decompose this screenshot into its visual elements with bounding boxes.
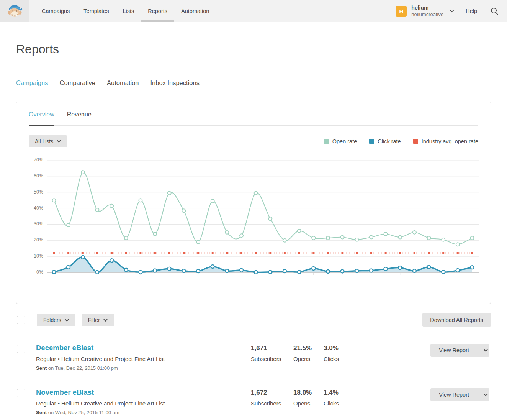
view-report-menu-button[interactable] xyxy=(478,388,489,401)
performance-chart: 0%10%20%30%40%50%60%70% xyxy=(29,160,478,277)
chart-plot-area xyxy=(47,160,479,277)
campaign-title-link[interactable]: December eBlast xyxy=(36,344,251,352)
stat-value: 1,672 xyxy=(251,389,293,397)
filter-dropdown[interactable]: Filter xyxy=(82,314,114,326)
nav-item-lists[interactable]: Lists xyxy=(116,0,141,22)
chevron-down-icon xyxy=(57,140,61,143)
nav-right: H helium heliumcreative Help xyxy=(396,0,507,22)
view-report-menu-button[interactable] xyxy=(478,344,489,357)
top-nav: Campaigns Templates Lists Reports Automa… xyxy=(0,0,507,22)
legend-label: Industry avg. open rate xyxy=(422,138,478,144)
stat-value: 18.0% xyxy=(293,389,324,397)
y-axis-tick-label: 20% xyxy=(34,237,43,243)
sent-date: on Wed, Nov 25, 2015 11:00 am xyxy=(47,410,119,415)
stat-label: Opens xyxy=(293,400,324,407)
legend-label: Open rate xyxy=(332,138,357,144)
y-axis-tick-label: 30% xyxy=(34,221,43,226)
campaign-row-december-eblast: December eBlast Regular • Helium Creativ… xyxy=(16,335,491,379)
stat-opens: 18.0% Opens xyxy=(293,388,324,407)
download-all-reports-button[interactable]: Download All Reports xyxy=(422,313,491,327)
tab-comparative[interactable]: Comparative xyxy=(59,79,95,92)
all-lists-label: All Lists xyxy=(35,138,53,144)
legend-item-click-rate: Click rate xyxy=(369,138,401,144)
stat-opens: 21.5% Opens xyxy=(293,344,324,362)
card-tabs: Overview Revenue xyxy=(29,102,478,126)
page-title: Reports xyxy=(16,42,491,56)
campaign-meta: Regular • Helium Creative and Project Fi… xyxy=(36,400,251,407)
stat-label: Opens xyxy=(293,356,324,362)
stat-clicks: 1.4% Clicks xyxy=(324,388,385,407)
stat-clicks: 3.0% Clicks xyxy=(324,344,385,362)
stat-label: Clicks xyxy=(324,400,385,407)
tab-campaigns[interactable]: Campaigns xyxy=(16,79,48,92)
chevron-down-icon xyxy=(484,349,488,352)
report-tabs: Campaigns Comparative Automation Inbox I… xyxy=(16,79,491,92)
nav-item-automation[interactable]: Automation xyxy=(174,0,216,22)
campaign-sent-info: Sent on Wed, Nov 25, 2015 11:00 am xyxy=(36,410,251,415)
tab-revenue[interactable]: Revenue xyxy=(67,111,92,126)
campaign-row-november-eblast: November eBlast Regular • Helium Creativ… xyxy=(16,379,491,420)
legend-label: Click rate xyxy=(378,138,401,144)
chevron-down-icon xyxy=(103,319,108,322)
tab-inbox-inspections[interactable]: Inbox Inspections xyxy=(150,79,199,92)
y-axis-tick-label: 60% xyxy=(34,173,43,179)
primary-nav: Campaigns Templates Lists Reports Automa… xyxy=(35,0,216,22)
stat-value: 1,671 xyxy=(251,345,293,352)
sent-label: Sent xyxy=(36,410,47,415)
row-checkbox[interactable] xyxy=(17,345,25,353)
nav-item-reports[interactable]: Reports xyxy=(141,0,174,22)
view-report-button[interactable]: View Report xyxy=(430,388,478,401)
tab-overview[interactable]: Overview xyxy=(29,111,54,126)
y-axis-tick-label: 50% xyxy=(34,189,43,195)
folders-dropdown[interactable]: Folders xyxy=(37,314,75,326)
stat-label: Subscribers xyxy=(251,400,293,407)
legend-item-open-rate: Open rate xyxy=(324,138,357,144)
row-checkbox[interactable] xyxy=(17,389,25,397)
click-rate-swatch xyxy=(369,139,374,144)
legend-item-industry-avg: Industry avg. open rate xyxy=(413,138,478,144)
sent-date: on Tue, Dec 22, 2015 01:00 pm xyxy=(47,365,118,371)
stat-label: Clicks xyxy=(324,356,385,362)
account-avatar[interactable]: H xyxy=(396,6,407,17)
freddie-monkey-icon xyxy=(6,3,23,19)
mailchimp-logo[interactable] xyxy=(0,0,29,22)
stat-label: Subscribers xyxy=(251,356,293,362)
industry-avg-swatch xyxy=(413,139,418,144)
select-all-checkbox[interactable] xyxy=(17,316,25,324)
view-report-button[interactable]: View Report xyxy=(430,344,478,357)
chevron-down-icon xyxy=(65,319,69,322)
account-subtitle: heliumcreative xyxy=(411,11,443,18)
chart-y-axis-labels: 0%10%20%30%40%50%60%70% xyxy=(29,160,47,277)
stat-value: 21.5% xyxy=(293,345,324,352)
chevron-down-icon xyxy=(484,394,488,396)
stat-value: 1.4% xyxy=(324,389,385,397)
y-axis-tick-label: 40% xyxy=(34,205,43,211)
all-lists-dropdown[interactable]: All Lists xyxy=(29,135,67,147)
chevron-down-icon[interactable] xyxy=(450,10,454,13)
stat-subscribers: 1,672 Subscribers xyxy=(251,388,293,407)
y-axis-tick-label: 10% xyxy=(34,253,43,259)
campaign-meta: Regular • Helium Creative and Project Fi… xyxy=(36,356,251,362)
open-rate-swatch xyxy=(324,139,329,144)
chart-legend: Open rate Click rate Industry avg. open … xyxy=(312,138,478,144)
overview-card: Overview Revenue All Lists Open rate Cli… xyxy=(16,102,491,304)
account-name: helium xyxy=(411,5,443,11)
search-icon[interactable] xyxy=(490,7,499,15)
y-axis-tick-label: 0% xyxy=(36,269,43,275)
help-link[interactable]: Help xyxy=(466,8,477,14)
campaign-title-link[interactable]: November eBlast xyxy=(36,388,251,397)
folders-label: Folders xyxy=(43,317,61,323)
stat-subscribers: 1,671 Subscribers xyxy=(251,344,293,362)
y-axis-tick-label: 70% xyxy=(34,157,43,162)
account-menu[interactable]: helium heliumcreative xyxy=(411,5,443,18)
list-toolbar: Folders Filter Download All Reports xyxy=(16,313,491,327)
sent-label: Sent xyxy=(36,365,47,371)
campaign-sent-info: Sent on Tue, Dec 22, 2015 01:00 pm xyxy=(36,365,251,371)
stat-value: 3.0% xyxy=(324,345,385,352)
filter-label: Filter xyxy=(88,317,100,323)
nav-item-templates[interactable]: Templates xyxy=(77,0,116,22)
nav-item-campaigns[interactable]: Campaigns xyxy=(35,0,77,22)
tab-automation[interactable]: Automation xyxy=(107,79,139,92)
